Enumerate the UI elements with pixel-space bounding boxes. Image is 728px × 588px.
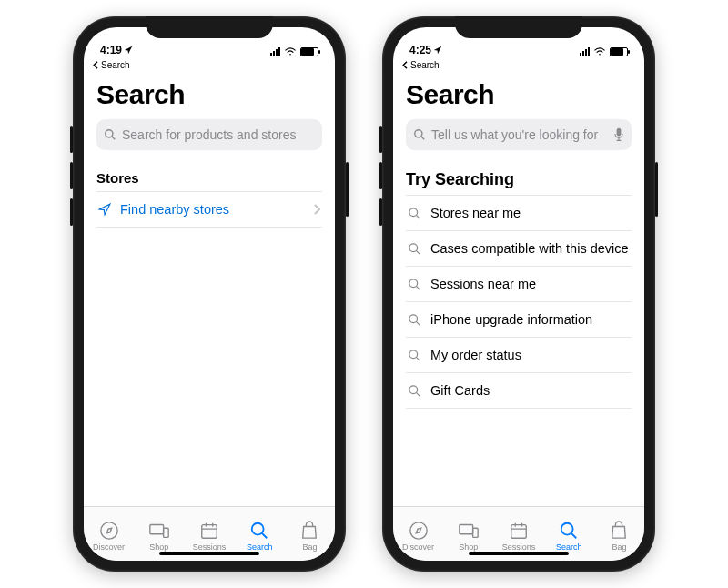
svg-rect-4 (163, 528, 168, 537)
signal-icon (270, 47, 280, 56)
wifi-icon (284, 47, 297, 56)
tab-label: Shop (149, 542, 168, 552)
svg-point-12 (410, 279, 418, 287)
search-icon (249, 521, 269, 541)
wifi-icon (593, 47, 606, 56)
mic-icon[interactable] (613, 127, 624, 142)
page-title: Search (406, 79, 632, 110)
tab-label: Discover (93, 542, 125, 552)
row-label: iPhone upgrade information (430, 312, 592, 327)
tab-label: Shop (459, 542, 478, 552)
search-icon (408, 384, 421, 398)
phone-frame-left: 4:19 Search Search Search for products a… (73, 16, 346, 572)
tab-label: Bag (612, 542, 626, 552)
content-area: Search Search for products and stores St… (84, 70, 335, 506)
calendar-icon (509, 521, 529, 541)
svg-point-7 (599, 54, 601, 56)
suggestion-row[interactable]: Cases compatible with this device (406, 231, 632, 267)
svg-rect-18 (472, 528, 478, 537)
notch (455, 16, 582, 38)
search-icon (408, 207, 421, 220)
screen: 4:19 Search Search Search for products a… (84, 27, 335, 561)
back-to-app[interactable]: Search (393, 58, 644, 70)
home-indicator[interactable] (469, 552, 569, 555)
suggestion-row[interactable]: Sessions near me (406, 267, 632, 302)
search-placeholder: Search for products and stores (122, 127, 296, 142)
compass-icon (99, 521, 119, 541)
chevron-right-icon (313, 204, 320, 215)
tab-discover[interactable]: Discover (84, 507, 134, 561)
row-label: My order status (430, 348, 521, 362)
row-label: Sessions near me (430, 277, 536, 291)
svg-point-16 (410, 522, 426, 538)
row-label: Cases compatible with this device (430, 241, 629, 256)
screen: 4:25 Search Search Tell us what you're l… (393, 27, 644, 561)
suggestion-row[interactable]: Gift Cards (406, 373, 632, 409)
bag-icon (300, 521, 318, 541)
tab-label: Search (247, 542, 273, 552)
search-input[interactable]: Tell us what you're looking for (406, 119, 632, 150)
search-icon (559, 521, 579, 541)
find-nearby-stores-row[interactable]: Find nearby stores (96, 191, 322, 228)
svg-point-10 (410, 208, 418, 216)
svg-point-6 (252, 522, 264, 534)
row-label: Stores near me (430, 206, 521, 220)
page-title: Search (96, 79, 322, 110)
bag-icon (610, 521, 628, 541)
phone-frame-right: 4:25 Search Search Tell us what you're l… (382, 16, 655, 572)
devices-icon (458, 521, 480, 541)
search-icon (408, 242, 421, 256)
svg-rect-3 (150, 524, 164, 533)
tab-discover[interactable]: Discover (393, 507, 443, 561)
back-to-app[interactable]: Search (84, 58, 335, 70)
compass-icon (409, 521, 429, 541)
tab-bag[interactable]: Bag (594, 507, 644, 561)
chevron-left-icon (402, 61, 409, 69)
svg-point-20 (561, 522, 573, 534)
svg-point-0 (289, 54, 291, 56)
content-area: Search Tell us what you're looking for T… (393, 70, 644, 506)
suggestion-row[interactable]: iPhone upgrade information (406, 302, 632, 338)
tab-bag[interactable]: Bag (285, 507, 335, 561)
search-input[interactable]: Search for products and stores (96, 119, 322, 150)
chevron-left-icon (93, 61, 99, 69)
svg-point-1 (106, 130, 113, 137)
search-placeholder: Tell us what you're looking for (431, 127, 598, 142)
tab-label: Sessions (502, 542, 536, 552)
svg-rect-17 (460, 524, 473, 533)
tab-label: Sessions (193, 542, 227, 552)
section-header: Try Searching (406, 170, 632, 189)
svg-point-13 (410, 314, 418, 322)
notch (146, 16, 273, 38)
svg-rect-9 (617, 128, 622, 137)
search-icon (408, 349, 421, 362)
back-label: Search (101, 60, 130, 70)
signal-icon (580, 47, 590, 56)
row-label: Gift Cards (430, 383, 490, 398)
svg-point-8 (415, 130, 422, 137)
svg-rect-5 (202, 524, 217, 538)
tab-label: Search (556, 542, 582, 552)
battery-icon (300, 47, 318, 56)
status-time: 4:25 (410, 44, 431, 56)
svg-point-11 (410, 243, 418, 251)
row-label: Find nearby stores (120, 202, 229, 217)
location-arrow-icon (98, 203, 111, 216)
svg-rect-19 (511, 524, 527, 538)
search-icon (413, 128, 426, 141)
suggestion-row[interactable]: Stores near me (406, 195, 632, 231)
location-arrow-icon (124, 46, 133, 55)
search-icon (408, 313, 421, 327)
tab-label: Discover (402, 542, 434, 552)
search-icon (408, 278, 421, 291)
section-header: Stores (96, 170, 322, 186)
svg-point-2 (100, 522, 116, 538)
battery-icon (610, 47, 628, 56)
home-indicator[interactable] (159, 552, 259, 555)
devices-icon (148, 521, 170, 541)
status-time: 4:19 (100, 44, 122, 56)
svg-point-14 (410, 350, 418, 358)
suggestion-row[interactable]: My order status (406, 338, 632, 373)
location-arrow-icon (433, 46, 442, 55)
search-icon (104, 128, 116, 141)
